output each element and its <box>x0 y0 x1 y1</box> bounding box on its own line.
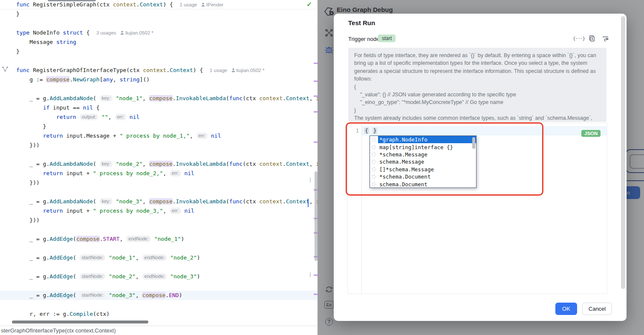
code-line[interactable]: })) <box>0 141 318 150</box>
code-line[interactable]: _ = g.AddEdge( startNode: "node_2", endN… <box>0 272 318 281</box>
vcs-change-stripe <box>314 81 318 82</box>
code-line[interactable]: r, err := g.Compile(ctx) <box>0 309 318 319</box>
code-line[interactable]: func RegisterGraphOfInterfaceType(ctx co… <box>0 66 318 75</box>
code-line[interactable] <box>0 56 318 66</box>
breadcrumb-text: sterGraphOfInterfaceType(ctx context.Con… <box>1 327 116 334</box>
completion-item-label: []*schema.Message <box>378 166 476 173</box>
vcs-change-stripe <box>314 274 318 276</box>
code-line[interactable]: Message string <box>0 38 318 47</box>
completion-item-label: *graph.NodeInfo <box>378 136 476 143</box>
trigger-node-label: Trigger node <box>348 36 379 42</box>
dialog-toolbar: {···} <box>575 35 609 42</box>
selection-tick <box>310 272 311 277</box>
code-line[interactable] <box>0 225 318 234</box>
vcs-change-stripe <box>314 142 318 143</box>
selection-tick <box>310 178 311 182</box>
code-line[interactable]: _ = g.AddLambdaNode( key: "node_2", comp… <box>0 159 318 169</box>
code-line[interactable]: return input + " process by node_3,", er… <box>0 206 318 216</box>
editor-vertical-scrollbar[interactable] <box>315 171 318 261</box>
type-circle-icon <box>372 138 376 142</box>
completion-item[interactable]: *schema.Message <box>370 151 476 158</box>
code-line[interactable] <box>0 188 318 197</box>
format-braces-icon[interactable]: {···} <box>575 35 583 42</box>
type-circle-icon <box>372 160 376 164</box>
code-line[interactable]: return output: "", err: nil <box>0 113 318 122</box>
vcs-change-stripe <box>314 294 318 295</box>
code-line[interactable]: _ = g.AddEdge( startNode: "node_1", endN… <box>0 253 318 263</box>
code-line[interactable] <box>0 244 318 253</box>
completion-item-label: *schema.Document <box>378 173 476 180</box>
json-format-badge: JSON <box>581 130 601 137</box>
vcs-change-stripe <box>314 63 318 64</box>
code-line[interactable]: func RegisterSimpleGraph(ctx context.Con… <box>0 0 318 9</box>
completion-item-label: map[string]interface {} <box>378 143 476 150</box>
type-circle-icon <box>372 175 376 179</box>
completion-item[interactable]: schema.Message <box>370 158 476 165</box>
code-line[interactable]: return input + " process by node_2,", er… <box>0 169 318 178</box>
trigger-node-badge: start <box>378 35 396 42</box>
completion-item[interactable]: schema.Document <box>370 180 476 188</box>
completion-item[interactable]: *graph.NodeInfo <box>370 136 476 143</box>
type-circle-icon <box>372 153 376 156</box>
code-line[interactable] <box>0 281 318 291</box>
cancel-button[interactable]: Cancel <box>582 303 612 315</box>
scrollbar-remnant <box>48 0 96 1</box>
completion-item-label: schema.Document <box>378 180 476 188</box>
code-lines: func RegisterSimpleGraph(ctx context.Con… <box>0 0 318 319</box>
vcs-change-stripe <box>314 95 318 97</box>
code-line[interactable] <box>0 300 318 309</box>
text-caret <box>308 199 309 207</box>
completion-item[interactable]: []*schema.Message <box>370 166 476 173</box>
editor-horizontal-scrollbar[interactable] <box>12 321 148 323</box>
code-line[interactable] <box>0 150 318 159</box>
vcs-change-stripe <box>314 111 318 113</box>
breadcrumb[interactable]: sterGraphOfInterfaceType(ctx context.Con… <box>0 326 318 335</box>
code-line[interactable]: } <box>0 122 318 131</box>
completion-popup: *graph.NodeInfomap[string]interface {}*s… <box>370 136 477 188</box>
code-line[interactable]: if input == nil { <box>0 103 318 113</box>
code-line[interactable] <box>0 19 318 28</box>
dialog-title: Test Run <box>348 19 375 26</box>
code-line[interactable]: })) <box>0 178 318 188</box>
dialog-scrollbar[interactable] <box>621 16 625 289</box>
code-line[interactable]: _ = g.AddEdge( startNode: "node_3", comp… <box>0 291 318 300</box>
inspection-ok-icon[interactable]: ✓ <box>306 0 312 9</box>
code-line[interactable]: })) <box>0 216 318 225</box>
completion-scrollbar[interactable] <box>472 137 475 149</box>
copy-icon[interactable] <box>588 35 596 42</box>
completion-list: *graph.NodeInfomap[string]interface {}*s… <box>370 136 476 188</box>
completion-item[interactable]: *schema.Document <box>370 173 476 180</box>
code-line[interactable]: return input.Message + " process by node… <box>0 131 318 141</box>
eino-graph-gutter-icon[interactable] <box>2 66 9 74</box>
code-line[interactable]: _ = g.AddLambdaNode( key: "node_3", comp… <box>0 197 318 206</box>
code-editor[interactable]: func RegisterSimpleGraph(ctx context.Con… <box>0 0 318 335</box>
ok-button[interactable]: OK <box>555 303 577 315</box>
code-line[interactable]: } <box>0 9 318 19</box>
interface-help-text: For fields of type interface, they are r… <box>348 48 606 122</box>
type-circle-icon <box>372 168 376 171</box>
code-line[interactable]: _ = g.AddEdge(compose.START, endNode: "n… <box>0 234 318 244</box>
code-line[interactable]: type NodeInfo struct { 3 usages liujian.… <box>0 28 318 38</box>
code-line[interactable]: } <box>0 47 318 56</box>
completion-item[interactable]: map[string]interface {} <box>370 143 476 150</box>
code-line[interactable] <box>0 263 318 272</box>
type-circle-icon <box>372 182 376 186</box>
type-circle-icon <box>372 145 376 149</box>
completion-item-label: *schema.Message <box>378 151 476 158</box>
wrap-line-icon[interactable] <box>601 35 609 42</box>
completion-item-label: schema.Message <box>378 158 476 165</box>
test-run-dialog: Test Run Trigger node start {···} For fi… <box>334 14 627 321</box>
code-line[interactable]: g := compose.NewGraph[any, string]() <box>0 75 318 84</box>
code-line[interactable] <box>0 84 318 94</box>
code-line[interactable]: _ = g.AddLambdaNode( key: "node_1", comp… <box>0 94 318 103</box>
